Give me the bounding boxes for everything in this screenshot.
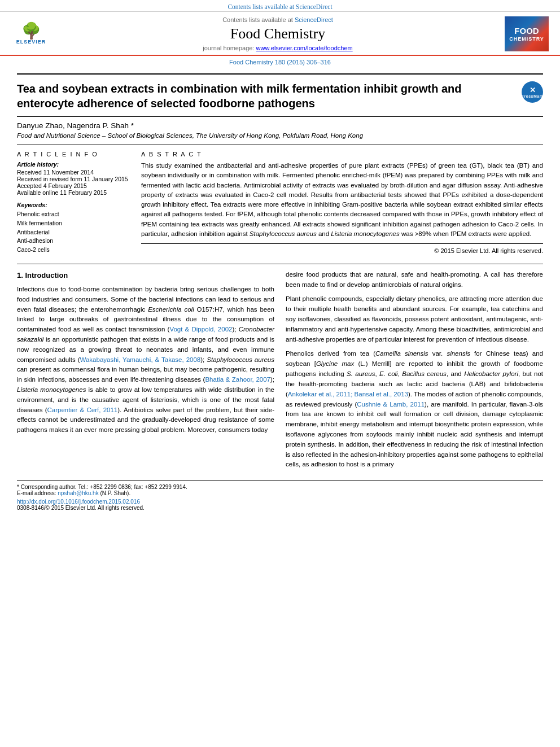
history-label: Article history: [17, 161, 130, 168]
ref-cushnie[interactable]: Cushnie & Lamb, 2011 [357, 401, 425, 408]
homepage-line: journal homepage: www.elsevier.com/locat… [51, 45, 505, 51]
journal-title: Food Chemistry [51, 25, 505, 42]
doi-link[interactable]: http://dx.doi.org/10.1016/j.foodchem.201… [17, 499, 140, 505]
crossmark-icon: ✕ [530, 86, 536, 94]
keyword-4: Anti-adhesion [17, 237, 130, 246]
accepted-line: Accepted 4 February 2015 [17, 182, 130, 189]
homepage-url[interactable]: www.elsevier.com/locate/foodchem [256, 45, 353, 51]
logo-food-text: FOOD [509, 26, 544, 36]
journal-title-center: Contents lists available at ScienceDirec… [51, 16, 505, 51]
sciencedirect-text: Contents lists available at [228, 3, 294, 10]
introduction-section: 1. Introduction Infections due to food-b… [17, 264, 543, 474]
doi-line[interactable]: http://dx.doi.org/10.1016/j.foodchem.201… [17, 499, 543, 505]
homepage-label: journal homepage: [203, 45, 254, 51]
ref-bhatia[interactable]: Bhatia & Zahoor, 2007 [205, 376, 270, 383]
logo-chemistry-text: CHEMISTRY [509, 36, 544, 42]
issn-line: 0308-8146/© 2015 Elsevier Ltd. All right… [17, 505, 543, 511]
crossmark-logo[interactable]: ✕ CrossMark [522, 81, 543, 103]
ref-wakabayashi[interactable]: Wakabayashi, Yamauchi, & Takase, 2008 [80, 356, 201, 363]
email-name: (N.P. Shah). [100, 490, 130, 496]
intro-title: 1. Introduction [17, 270, 274, 281]
sciencedirect-link[interactable]: ScienceDirect [296, 3, 333, 10]
keywords-group: Keywords: Phenolic extract Milk fermenta… [17, 202, 130, 255]
ref-carpentier[interactable]: Carpentier & Cerf, 2011 [47, 407, 118, 413]
authors-text: Danyue Zhao, Nagendra P. Shah * [17, 121, 134, 130]
article-info-heading: A R T I C L E I N F O [17, 151, 130, 158]
revised-line: Received in revised form 11 January 2015 [17, 176, 130, 182]
abstract-heading: A B S T R A C T [141, 151, 543, 158]
contents-available: Contents lists available at ScienceDirec… [51, 16, 505, 23]
email-line: E-mail address: npshah@hku.hk (N.P. Shah… [17, 490, 543, 496]
article-info-col: A R T I C L E I N F O Article history: R… [17, 151, 130, 255]
keywords-label: Keywords: [17, 202, 130, 208]
keyword-5: Caco-2 cells [17, 246, 130, 255]
intro-p3: Plant phenolic compounds, especially die… [286, 294, 543, 344]
intro-p2: desire food products that are natural, s… [286, 270, 543, 290]
footnote-section: * Corresponding author. Tel.: +852 2299 … [17, 480, 543, 511]
corresponding-author-note: * Corresponding author. Tel.: +852 2299 … [17, 484, 543, 490]
authors-line: Danyue Zhao, Nagendra P. Shah * [17, 121, 543, 130]
logo-text: FOOD CHEMISTRY [509, 26, 544, 42]
body-col-left: 1. Introduction Infections due to food-b… [17, 270, 274, 474]
article-info-abstract: A R T I C L E I N F O Article history: R… [17, 145, 543, 255]
page-content: Food Chemistry 180 (2015) 306–316 Tea an… [0, 56, 560, 511]
abstract-col: A B S T R A C T This study examined the … [141, 151, 543, 255]
citation-line: Food Chemistry 180 (2015) 306–316 [17, 56, 543, 65]
ref-vogt[interactable]: Vogt & Dippold, 2002 [169, 326, 232, 333]
elsevier-label: ELSEVIER [16, 39, 46, 45]
keyword-3: Antibacterial [17, 228, 130, 237]
journal-header-wrapper: Contents lists available at ScienceDirec… [0, 0, 560, 56]
article-title-section: Tea and soybean extracts in combination … [17, 73, 543, 117]
copyright-line: © 2015 Elsevier Ltd. All rights reserved… [141, 243, 543, 254]
sciencedirect-anchor[interactable]: ScienceDirect [295, 16, 333, 23]
body-two-col: 1. Introduction Infections due to food-b… [17, 270, 543, 474]
keyword-2: Milk fermentation [17, 219, 130, 228]
keyword-1: Phenolic extract [17, 210, 130, 219]
body-col-right: desire food products that are natural, s… [286, 270, 543, 474]
elsevier-logo: 🌳 ELSEVIER [11, 23, 51, 45]
affiliation-line: Food and Nutritional Science – School of… [17, 132, 543, 139]
ref-ankolekar[interactable]: Ankolekar et al., 2011; Bansal et al., 2… [288, 391, 408, 397]
sciencedirect-bar: Contents lists available at ScienceDirec… [0, 0, 560, 12]
email-label: E-mail address: [17, 490, 56, 496]
abstract-text: This study examined the antibacterial an… [141, 161, 543, 239]
article-history: Article history: Received 11 November 20… [17, 161, 130, 196]
email-link[interactable]: npshah@hku.hk [58, 490, 98, 496]
food-chemistry-logo: FOOD CHEMISTRY [505, 16, 549, 51]
crossmark-label: CrossMark [521, 94, 544, 98]
intro-p4: Phenolics derived from tea (Camellia sin… [286, 349, 543, 470]
elsevier-tree-icon: 🌳 [21, 23, 41, 39]
journal-banner: 🌳 ELSEVIER Contents lists available at S… [0, 12, 560, 56]
elsevier-logo-group: 🌳 ELSEVIER [11, 23, 51, 45]
available-line: Available online 11 February 2015 [17, 189, 130, 196]
intro-p1: Infections due to food-borne contaminati… [17, 285, 274, 435]
received-line: Received 11 November 2014 [17, 169, 130, 176]
corresponding-label: * Corresponding author. Tel.: +852 2299 … [17, 484, 187, 490]
article-title: Tea and soybean extracts in combination … [17, 81, 522, 111]
